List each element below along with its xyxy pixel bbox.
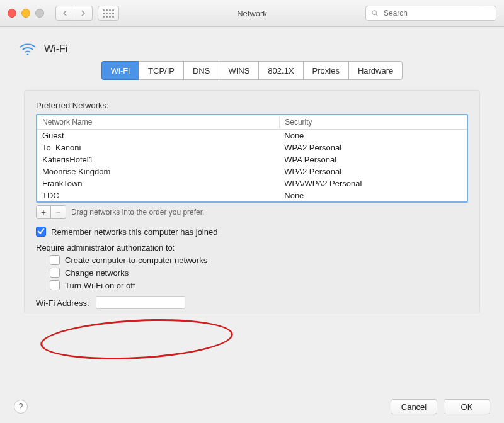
tab-tcp-ip[interactable]: TCP/IP — [139, 61, 183, 80]
add-remove-group: + − — [36, 205, 66, 219]
cell-network-name: Moonrise Kingdom — [37, 166, 279, 178]
zoom-window-icon — [35, 9, 44, 18]
remove-network-button: − — [51, 205, 66, 219]
close-window-icon[interactable] — [8, 9, 16, 18]
tabs: Wi-FiTCP/IPDNSWINS802.1XProxiesHardware — [15, 61, 489, 80]
page-title: Wi-Fi — [44, 43, 67, 55]
require-label: Turn Wi-Fi on or off — [65, 281, 135, 290]
tab-hardware[interactable]: Hardware — [348, 61, 403, 80]
svg-point-0 — [372, 11, 377, 15]
table-row[interactable]: To_KanoniWPA2 Personal — [37, 142, 467, 154]
tab-proxies[interactable]: Proxies — [303, 61, 348, 80]
cancel-button[interactable]: Cancel — [391, 399, 437, 414]
cell-security: WPA2 Personal — [279, 166, 467, 178]
require-label: Change networks — [65, 268, 129, 278]
table-row[interactable]: KafierisHotel1WPA Personal — [37, 154, 467, 166]
back-button[interactable] — [55, 6, 74, 21]
cell-security: None — [279, 189, 467, 201]
help-button[interactable]: ? — [14, 400, 28, 414]
table-row[interactable]: FrankTownWPA/WPA2 Personal — [37, 178, 467, 189]
show-all-button[interactable] — [98, 6, 119, 21]
ok-button[interactable]: OK — [444, 399, 490, 414]
table-header: Network Name Security — [37, 115, 467, 130]
cell-network-name: To_Kanoni — [37, 142, 279, 154]
wifi-icon — [19, 42, 37, 56]
table-row[interactable]: Moonrise KingdomWPA2 Personal — [37, 166, 467, 178]
search-icon — [371, 9, 379, 17]
tab-802-1x[interactable]: 802.1X — [258, 61, 302, 80]
tab-dns[interactable]: DNS — [183, 61, 219, 80]
col-network-name[interactable]: Network Name — [37, 116, 279, 128]
cell-security: None — [279, 130, 467, 142]
forward-button[interactable] — [74, 6, 93, 21]
require-label: Create computer-to-computer networks — [65, 256, 207, 265]
cell-network-name: FrankTown — [37, 178, 279, 189]
preferred-networks-table[interactable]: Network Name Security GuestNoneTo_Kanoni… — [36, 114, 468, 203]
svg-line-1 — [376, 14, 378, 16]
cell-network-name: KafierisHotel1 — [37, 154, 279, 166]
table-row[interactable]: TDCNone — [37, 189, 467, 201]
drag-hint: Drag networks into the order you prefer. — [71, 208, 204, 217]
cell-network-name: Guest — [37, 130, 279, 142]
titlebar: Network — [0, 0, 504, 27]
cell-security: WPA/WPA2 Personal — [279, 178, 467, 189]
cell-network-name: TDC — [37, 189, 279, 201]
require-auth-label: Require administrator authorization to: — [36, 243, 468, 252]
tab-wins[interactable]: WINS — [219, 61, 258, 80]
require-checkbox[interactable] — [50, 280, 60, 290]
col-security[interactable]: Security — [279, 116, 467, 128]
table-row[interactable]: GuestNone — [37, 130, 467, 142]
cell-security: WPA Personal — [279, 154, 467, 166]
require-checkbox[interactable] — [50, 268, 60, 278]
cell-security: WPA2 Personal — [279, 142, 467, 154]
wifi-address-label: Wi-Fi Address: — [36, 298, 89, 308]
search-input[interactable] — [382, 8, 491, 18]
remember-networks-checkbox[interactable] — [36, 227, 46, 237]
remember-networks-label: Remember networks this computer has join… — [51, 227, 217, 237]
window-controls — [8, 9, 44, 18]
add-network-button[interactable]: + — [36, 205, 51, 219]
network-preferences-window: Network Wi-Fi Wi-FiTCP/IPDNSWINS802.1XPr… — [0, 0, 504, 423]
tab-wi-fi[interactable]: Wi-Fi — [101, 61, 139, 80]
wifi-address-value — [96, 296, 185, 309]
require-checkbox[interactable] — [50, 255, 60, 265]
preferred-networks-label: Preferred Networks: — [36, 101, 468, 110]
wifi-panel: Preferred Networks: Network Name Securit… — [24, 90, 480, 313]
search-field[interactable] — [365, 6, 496, 21]
svg-point-2 — [26, 53, 28, 55]
minimize-window-icon[interactable] — [21, 9, 30, 18]
nav-buttons — [55, 6, 93, 21]
